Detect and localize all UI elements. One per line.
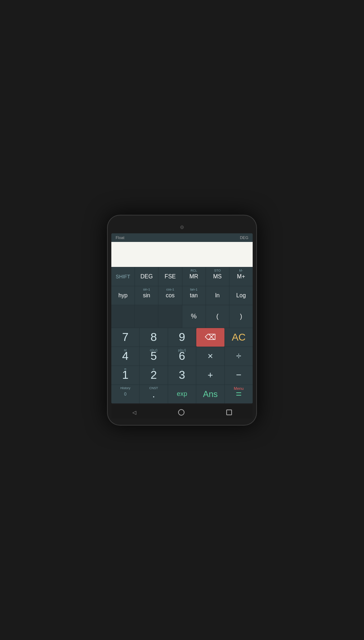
empty-1 (111, 305, 135, 328)
lparen-button[interactable]: ( (206, 305, 229, 328)
home-button[interactable] (178, 409, 184, 416)
row-bottom: History 0 CNST . exp Ans Menu = (111, 385, 253, 403)
equals-button[interactable]: Menu = (225, 385, 253, 403)
three-button[interactable]: , 3 (168, 366, 196, 385)
zero-button[interactable]: History 0 (111, 385, 140, 403)
float-label: Float (116, 235, 124, 240)
keypad: SHIFT DEG FSE RCL MR STO MS M- (111, 267, 253, 403)
device: Float DEG SHIFT DEG FSE RCL (107, 215, 257, 426)
row-456: n! 4 c(n,r) 5 p(n,r) 6 × ÷ (111, 347, 253, 366)
row-123: π 1 e 2 , 3 + − (111, 366, 253, 385)
five-button[interactable]: c(n,r) 5 (140, 347, 168, 366)
six-button[interactable]: p(n,r) 6 (168, 347, 196, 366)
cos-button[interactable]: cos-1 cos (158, 286, 182, 305)
four-button[interactable]: n! 4 (111, 347, 140, 366)
ac-button[interactable]: AC (225, 328, 253, 347)
dot-button[interactable]: CNST . (140, 385, 168, 403)
tan-button[interactable]: tan-1 tan (182, 286, 206, 305)
empty-2 (135, 305, 158, 328)
one-button[interactable]: π 1 (111, 366, 140, 385)
screen: Float DEG SHIFT DEG FSE RCL (111, 233, 253, 403)
two-button[interactable]: e 2 (140, 366, 168, 385)
mplus-button[interactable]: M- M+ (229, 267, 253, 286)
hyp-button[interactable]: hyp (111, 286, 135, 305)
deg-label: DEG (240, 235, 248, 240)
nav-bar: ◁ (111, 405, 253, 418)
divide-button[interactable]: ÷ (225, 347, 253, 366)
device-top (111, 225, 253, 229)
display-area (111, 242, 253, 267)
status-bar: Float DEG (111, 233, 253, 242)
seven-button[interactable]: 7 (111, 328, 140, 347)
row-789: 7 8 9 ⌫ AC (111, 328, 253, 347)
exp-button[interactable]: exp (168, 385, 196, 403)
row-trig: hyp sin-1 sin cos-1 cos tan-1 tan ln (111, 286, 253, 305)
ans-button[interactable]: Ans (196, 385, 224, 403)
ms-button[interactable]: STO MS (206, 267, 229, 286)
ln-button[interactable]: ln (206, 286, 229, 305)
shift-button[interactable]: SHIFT (111, 267, 135, 286)
back-button[interactable]: ◁ (132, 410, 136, 415)
camera (180, 225, 184, 229)
percent-button[interactable]: % (182, 305, 206, 328)
empty-3 (158, 305, 182, 328)
rparen-button[interactable]: ) (229, 305, 253, 328)
eight-button[interactable]: 8 (140, 328, 168, 347)
deg-button[interactable]: DEG (135, 267, 158, 286)
backspace-button[interactable]: ⌫ (196, 328, 224, 347)
row-misc: COS % ( ) (111, 305, 253, 328)
row-memory: SHIFT DEG FSE RCL MR STO MS M- (111, 267, 253, 286)
multiply-button[interactable]: × (196, 347, 224, 366)
log-button[interactable]: Log (229, 286, 253, 305)
fse-button[interactable]: FSE (158, 267, 182, 286)
recent-button[interactable] (226, 410, 232, 415)
minus-button[interactable]: − (225, 366, 253, 385)
nine-button[interactable]: 9 (168, 328, 196, 347)
mr-button[interactable]: RCL MR (182, 267, 206, 286)
sin-button[interactable]: sin-1 sin (135, 286, 158, 305)
plus-button[interactable]: + (196, 366, 224, 385)
